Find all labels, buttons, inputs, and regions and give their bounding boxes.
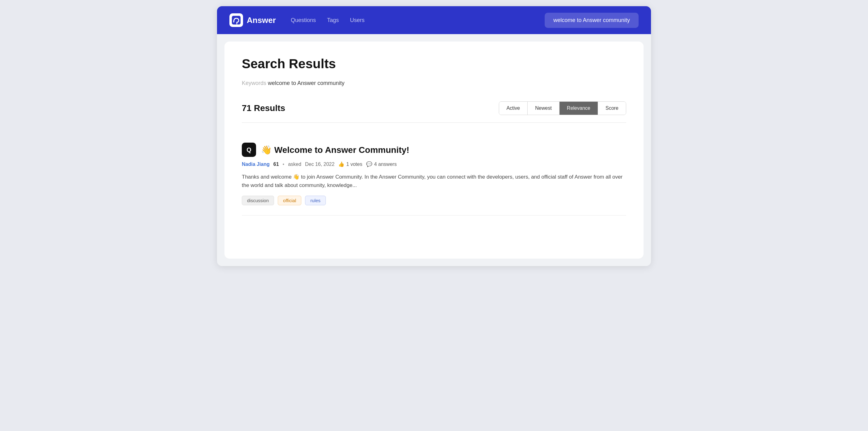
results-header: 71 Results Active Newest Relevance Score (242, 101, 626, 115)
logo-icon (229, 13, 243, 27)
tag-rules[interactable]: rules (305, 196, 326, 205)
question-title[interactable]: 👋 Welcome to Answer Community! (261, 145, 409, 155)
sort-buttons: Active Newest Relevance Score (499, 101, 626, 115)
tags-row: discussion official rules (242, 196, 626, 205)
svg-point-1 (237, 24, 238, 25)
question-votes: 👍 1 votes (338, 161, 362, 167)
results-count: 71 Results (242, 103, 285, 113)
sort-score[interactable]: Score (598, 102, 626, 115)
sort-newest[interactable]: Newest (528, 102, 559, 115)
main-nav: Questions Tags Users (291, 17, 545, 24)
question-answers: 💬 4 answers (366, 161, 397, 167)
main-content: Search Results Keywords welcome to Answe… (224, 41, 644, 258)
question-item: Q 👋 Welcome to Answer Community! Nadia J… (242, 133, 626, 216)
author-rep: 61 (273, 161, 279, 167)
logo-text: Answer (247, 16, 276, 25)
author-name[interactable]: Nadia Jiang (242, 161, 270, 167)
question-date: Dec 16, 2022 (305, 161, 335, 167)
keywords-label: Keywords (242, 80, 266, 86)
nav-users[interactable]: Users (350, 17, 365, 24)
nav-tags[interactable]: Tags (327, 17, 339, 24)
page-title: Search Results (242, 56, 626, 71)
tag-official[interactable]: official (278, 196, 301, 205)
question-type-icon: Q (242, 143, 256, 157)
logo-area: Answer (229, 13, 276, 27)
header-search-button[interactable]: welcome to Answer community (545, 13, 639, 28)
svg-rect-0 (232, 16, 241, 25)
divider (242, 122, 626, 123)
question-excerpt: Thanks and welcome 👋 to join Answer Comm… (242, 173, 626, 189)
sort-active[interactable]: Active (499, 102, 528, 115)
question-meta: Nadia Jiang 61 • asked Dec 16, 2022 👍 1 … (242, 161, 626, 167)
tag-discussion[interactable]: discussion (242, 196, 274, 205)
keywords-row: Keywords welcome to Answer community (242, 80, 626, 87)
main-header: Answer Questions Tags Users welcome to A… (217, 6, 651, 34)
sort-relevance[interactable]: Relevance (560, 102, 598, 115)
nav-questions[interactable]: Questions (291, 17, 316, 24)
keywords-value: welcome to Answer community (268, 80, 344, 86)
question-action: asked (288, 161, 301, 167)
question-title-row: Q 👋 Welcome to Answer Community! (242, 143, 626, 157)
